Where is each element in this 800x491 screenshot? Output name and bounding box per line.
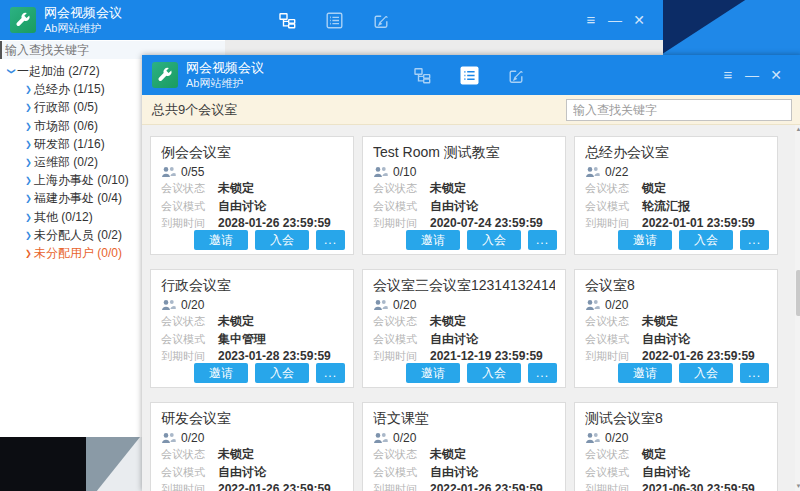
join-button[interactable]: 入会: [255, 230, 309, 250]
tree-node[interactable]: ❯福建办事处 (0/4): [0, 189, 140, 207]
join-button[interactable]: 入会: [679, 363, 733, 383]
tree-node[interactable]: ❯研发部 (1/16): [0, 135, 140, 153]
scroll-up-icon[interactable]: ▲: [795, 125, 800, 134]
status-label: 会议状态: [161, 180, 218, 198]
status-value: 未锁定: [642, 313, 678, 331]
minimize-button[interactable]: —: [603, 0, 627, 40]
tree-node[interactable]: ❯行政部 (0/5): [0, 98, 140, 116]
members-icon: [585, 166, 600, 178]
member-count: 0/20: [181, 298, 204, 312]
chevron-right-icon: ❯: [24, 136, 34, 152]
tree-node[interactable]: ❯其他 (0/12): [0, 208, 140, 226]
room-card: 测试会议室8 0/20 会议状态锁定 会议模式自由讨论 到期时间2021-06-…: [574, 402, 778, 491]
compose-edit-icon[interactable]: [506, 65, 526, 85]
member-count: 0/22: [605, 165, 628, 179]
wrench-icon: [156, 66, 174, 84]
org-tree-view-icon[interactable]: [412, 65, 432, 85]
member-count: 0/20: [393, 298, 416, 312]
main-window-titlebar: 网会视频会议 Ab网站维护 ≡ — ✕: [0, 0, 663, 40]
tree-node[interactable]: ❯总经办 (1/15): [0, 80, 140, 98]
join-button[interactable]: 入会: [679, 230, 733, 250]
mode-label: 会议模式: [585, 464, 642, 482]
room-list-view-icon[interactable]: [459, 65, 479, 85]
more-button[interactable]: ...: [316, 230, 345, 250]
mode-value: 自由讨论: [430, 198, 478, 216]
room-search-input[interactable]: [566, 99, 792, 121]
app-title: 网会视频会议: [186, 60, 264, 76]
status-label: 会议状态: [161, 313, 218, 331]
room-card: Test Room 测试教室 0/10 会议状态未锁定 会议模式自由讨论 到期时…: [362, 136, 566, 255]
member-count: 0/55: [181, 165, 204, 179]
invite-button[interactable]: 邀请: [618, 363, 672, 383]
join-button[interactable]: 入会: [467, 230, 521, 250]
expire-label: 到期时间: [373, 481, 430, 491]
members-icon: [373, 299, 388, 311]
invite-button[interactable]: 邀请: [406, 230, 460, 250]
join-button[interactable]: 入会: [255, 363, 309, 383]
room-name: 行政会议室: [161, 275, 343, 295]
compose-edit-icon[interactable]: [371, 10, 391, 30]
app-subtitle: Ab网站维护: [186, 76, 264, 90]
member-count: 0/20: [605, 298, 628, 312]
expire-value: 2022-01-26 23:59:59: [218, 481, 331, 491]
members-icon: [585, 432, 600, 444]
mode-value: 自由讨论: [642, 331, 690, 349]
room-card-grid: 例会会议室 0/55 会议状态未锁定 会议模式自由讨论 到期时间2028-01-…: [142, 125, 800, 491]
tree-node[interactable]: ❯市场部 (0/6): [0, 117, 140, 135]
more-button[interactable]: ...: [528, 230, 557, 250]
more-button[interactable]: ...: [740, 363, 769, 383]
invite-button[interactable]: 邀请: [194, 230, 248, 250]
status-label: 会议状态: [373, 180, 430, 198]
more-button[interactable]: ...: [740, 230, 769, 250]
status-value: 未锁定: [218, 446, 254, 464]
expire-value: 2021-06-30 23:59:59: [642, 481, 755, 491]
status-value: 未锁定: [430, 180, 466, 198]
expire-label: 到期时间: [161, 481, 218, 491]
chevron-right-icon: ❯: [24, 154, 34, 170]
join-button[interactable]: 入会: [467, 363, 521, 383]
invite-button[interactable]: 邀请: [618, 230, 672, 250]
tree-node[interactable]: ❯未分配人员 (0/2): [0, 226, 140, 244]
status-label: 会议状态: [585, 446, 642, 464]
room-card: 例会会议室 0/55 会议状态未锁定 会议模式自由讨论 到期时间2028-01-…: [150, 136, 354, 255]
members-icon: [161, 299, 176, 311]
room-card: 研发会议室 0/20 会议状态未锁定 会议模式自由讨论 到期时间2022-01-…: [150, 402, 354, 491]
room-name: Test Room 测试教室: [373, 142, 555, 162]
meeting-rooms-window: 网会视频会议 Ab网站维护 ≡ — ✕: [142, 55, 800, 491]
member-count: 0/10: [393, 165, 416, 179]
tree-node-unassigned-users[interactable]: ❯未分配用户 (0/0): [0, 244, 140, 262]
wrench-icon: [14, 11, 32, 29]
tree-node[interactable]: ❯上海办事处 (0/10): [0, 171, 140, 189]
org-tree: ❯一起加油 (2/72) ❯总经办 (1/15) ❯行政部 (0/5) ❯市场部…: [0, 62, 140, 262]
minimize-button[interactable]: —: [740, 55, 764, 95]
chevron-right-icon: ❯: [24, 190, 34, 206]
chevron-right-icon: ❯: [24, 245, 34, 261]
org-tree-view-icon[interactable]: [277, 10, 297, 30]
chevron-right-icon: ❯: [24, 117, 34, 133]
status-value: 锁定: [642, 180, 666, 198]
invite-button[interactable]: 邀请: [194, 363, 248, 383]
mode-value: 自由讨论: [430, 464, 478, 482]
more-button[interactable]: ...: [528, 363, 557, 383]
close-button[interactable]: ✕: [764, 55, 788, 95]
vertical-scrollbar[interactable]: ▲ ▼: [795, 125, 800, 491]
tree-node[interactable]: ❯运维部 (0/2): [0, 153, 140, 171]
wallpaper-black-block: [0, 437, 86, 491]
invite-button[interactable]: 邀请: [406, 363, 460, 383]
mode-label: 会议模式: [373, 198, 430, 216]
more-button[interactable]: ...: [316, 363, 345, 383]
member-count: 0/20: [393, 431, 416, 445]
room-name: 研发会议室: [161, 408, 343, 428]
menu-button[interactable]: ≡: [716, 55, 740, 95]
room-name: 语文课堂: [373, 408, 555, 428]
expire-label: 到期时间: [585, 481, 642, 491]
close-button[interactable]: ✕: [627, 0, 651, 40]
members-icon: [161, 166, 176, 178]
scroll-down-icon[interactable]: ▼: [795, 482, 800, 491]
members-icon: [585, 299, 600, 311]
scrollbar-thumb[interactable]: [796, 270, 800, 316]
tree-node-root[interactable]: ❯一起加油 (2/72): [0, 62, 140, 80]
room-list-view-icon[interactable]: [324, 10, 344, 30]
menu-button[interactable]: ≡: [579, 0, 603, 40]
status-label: 会议状态: [585, 180, 642, 198]
